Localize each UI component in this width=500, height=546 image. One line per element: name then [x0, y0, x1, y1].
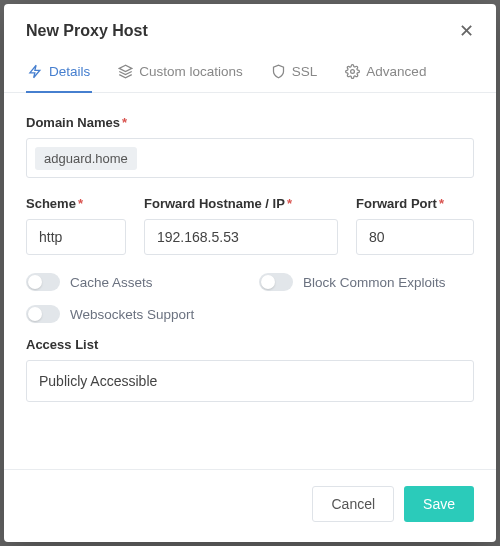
domain-tag[interactable]: adguard.home: [35, 147, 137, 170]
block-exploits-item: Block Common Exploits: [259, 273, 474, 291]
required-marker: *: [287, 196, 292, 211]
domain-names-input[interactable]: adguard.home: [26, 138, 474, 178]
toggle-row-1: Cache Assets Block Common Exploits: [26, 273, 474, 291]
forward-row: Scheme* Forward Hostname / IP* Forward P…: [26, 196, 474, 255]
cancel-button[interactable]: Cancel: [312, 486, 394, 522]
svg-marker-0: [120, 65, 133, 71]
access-list-label: Access List: [26, 337, 474, 352]
required-marker: *: [439, 196, 444, 211]
tab-advanced[interactable]: Advanced: [343, 54, 428, 93]
tab-ssl[interactable]: SSL: [269, 54, 320, 93]
tabs: Details Custom locations SSL Advanced: [4, 54, 496, 93]
scheme-label: Scheme*: [26, 196, 126, 211]
close-button[interactable]: ✕: [459, 22, 474, 40]
modal-footer: Cancel Save: [4, 470, 496, 542]
websockets-toggle[interactable]: [26, 305, 60, 323]
block-exploits-toggle[interactable]: [259, 273, 293, 291]
shield-icon: [271, 64, 286, 79]
modal-title: New Proxy Host: [26, 22, 148, 40]
scheme-group: Scheme*: [26, 196, 126, 255]
layers-icon: [118, 64, 133, 79]
forward-port-label: Forward Port*: [356, 196, 474, 211]
forward-host-label: Forward Hostname / IP*: [144, 196, 338, 211]
block-exploits-label: Block Common Exploits: [303, 275, 446, 290]
access-list-group: Access List Publicly Accessible: [26, 337, 474, 402]
modal-header: New Proxy Host ✕: [4, 4, 496, 54]
access-list-select[interactable]: Publicly Accessible: [26, 360, 474, 402]
gear-icon: [345, 64, 360, 79]
required-marker: *: [122, 115, 127, 130]
domain-names-label: Domain Names*: [26, 115, 474, 130]
forward-port-input[interactable]: [356, 219, 474, 255]
tab-details[interactable]: Details: [26, 54, 92, 93]
websockets-item: Websockets Support: [26, 305, 241, 323]
cache-assets-item: Cache Assets: [26, 273, 241, 291]
tab-ssl-label: SSL: [292, 64, 318, 79]
save-button[interactable]: Save: [404, 486, 474, 522]
websockets-label: Websockets Support: [70, 307, 194, 322]
tab-details-label: Details: [49, 64, 90, 79]
tab-custom-locations[interactable]: Custom locations: [116, 54, 245, 93]
domain-names-group: Domain Names* adguard.home: [26, 115, 474, 178]
tab-advanced-label: Advanced: [366, 64, 426, 79]
toggle-row-2: Websockets Support: [26, 305, 474, 323]
required-marker: *: [78, 196, 83, 211]
scheme-select[interactable]: [26, 219, 126, 255]
new-proxy-host-modal: New Proxy Host ✕ Details Custom location…: [4, 4, 496, 542]
tab-custom-label: Custom locations: [139, 64, 243, 79]
modal-body: Domain Names* adguard.home Scheme* Forwa…: [4, 93, 496, 470]
forward-host-group: Forward Hostname / IP*: [144, 196, 338, 255]
forward-host-input[interactable]: [144, 219, 338, 255]
forward-port-group: Forward Port*: [356, 196, 474, 255]
svg-point-1: [351, 70, 355, 74]
bolt-icon: [28, 64, 43, 79]
close-icon: ✕: [459, 21, 474, 41]
cache-assets-toggle[interactable]: [26, 273, 60, 291]
cache-assets-label: Cache Assets: [70, 275, 153, 290]
